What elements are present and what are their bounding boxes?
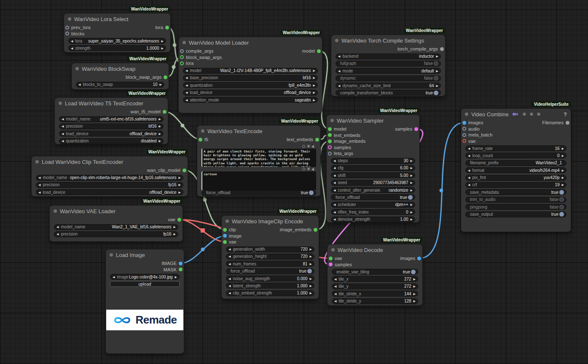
stepper-left-icon[interactable]: ◀ — [468, 183, 470, 186]
input-port-icon[interactable] — [223, 228, 227, 232]
output-port-icon[interactable] — [179, 268, 183, 271]
stepper-right-icon[interactable]: ▶ — [310, 277, 312, 280]
input-port-icon[interactable] — [180, 49, 184, 53]
stepper-left-icon[interactable]: ◀ — [228, 284, 231, 287]
widget-clip-embed-strength[interactable]: ◀clip_embed_strength1.000▶ — [226, 290, 314, 296]
widget-save-metadata[interactable]: save_metadatatrue — [465, 189, 567, 195]
stepper-left-icon[interactable]: ◀ — [338, 84, 340, 87]
stepper-left-icon[interactable]: ◀ — [71, 40, 73, 43]
stepper-right-icon[interactable]: ▶ — [562, 183, 564, 186]
stepper-right-icon[interactable]: ▶ — [161, 40, 164, 43]
output-slot-block-swap-args[interactable]: block_swap_args — [124, 75, 167, 80]
widget-tile-stride-y[interactable]: ◀tile_stride_y128▶ — [332, 298, 418, 304]
stepper-left-icon[interactable]: ◀ — [38, 183, 40, 186]
output-port-icon[interactable] — [566, 121, 569, 125]
input-port-icon[interactable] — [328, 152, 332, 155]
widget-load-device[interactable]: ◀load_deviceoffload_device▶ — [36, 189, 183, 195]
widget-mode[interactable]: ◀modedefault▶ — [336, 68, 441, 74]
widget-dynamic[interactable]: dynamicfalse — [336, 75, 441, 81]
stepper-right-icon[interactable]: ▶ — [159, 118, 161, 120]
node-wanvideo-sampler[interactable]: WanVideoWrapper WanVideo Sampler modelsa… — [327, 115, 419, 222]
widget-precision[interactable]: ◀precisionfp16▶ — [54, 231, 178, 237]
stepper-right-icon[interactable]: ▶ — [562, 176, 564, 179]
node-titlebar[interactable]: WanVideo VAE Loader — [50, 206, 183, 217]
output-slot-image-embeds[interactable]: image_embeds — [278, 227, 317, 232]
node-titlebar[interactable]: WanVideo Torch Compile Settings — [331, 35, 445, 46]
toggle-knob-icon[interactable] — [559, 205, 564, 209]
stepper-right-icon[interactable]: ▶ — [411, 218, 413, 221]
widget-model-name[interactable]: ◀model_nameumt5-xxl-enc-bf16.safetensors… — [59, 116, 164, 122]
stepper-left-icon[interactable]: ◀ — [62, 118, 64, 120]
stepper-right-icon[interactable]: ▶ — [159, 125, 161, 128]
input-slot-vae[interactable]: vae — [223, 239, 239, 244]
stepper-right-icon[interactable]: ▶ — [436, 70, 438, 72]
stepper-right-icon[interactable]: ▶ — [179, 183, 181, 186]
stepper-left-icon[interactable]: ◀ — [334, 285, 336, 288]
collapse-dot-icon[interactable] — [331, 248, 335, 252]
stepper-left-icon[interactable]: ◀ — [333, 181, 336, 184]
preview-option-icon[interactable] — [530, 112, 533, 116]
widget-tile-y[interactable]: ◀tile_y272▶ — [332, 284, 418, 289]
input-slot-vae[interactable]: vae — [329, 256, 344, 261]
gear-icon[interactable] — [307, 145, 310, 148]
stepper-right-icon[interactable]: ▶ — [411, 211, 413, 214]
widget-trim-to-audio[interactable]: trim_to_audiofalse — [465, 197, 567, 203]
output-port-icon[interactable] — [179, 262, 183, 265]
stepper-right-icon[interactable]: ▶ — [562, 147, 564, 150]
node-titlebar[interactable]: Load WanVideo T5 TextEncoder — [55, 98, 168, 109]
node-load-clip-textencoder[interactable]: WanVideoWrapper Load WanVideo Clip TextE… — [32, 156, 188, 196]
widget-dynamo-cache-size-limit[interactable]: ◀dynamo_cache_size_limit64▶ — [336, 83, 441, 88]
widget-model-name[interactable]: ◀model_nameWan2_1_VAE_bf16.safetensors▶ — [54, 224, 178, 230]
stepper-left-icon[interactable]: ◀ — [228, 262, 231, 265]
output-port-icon[interactable] — [440, 47, 444, 51]
stepper-right-icon[interactable]: ▶ — [411, 166, 413, 169]
output-slot-wan-clip-model[interactable]: wan_clip_model — [145, 168, 186, 173]
stepper-right-icon[interactable]: ▶ — [159, 132, 161, 135]
collapse-dot-icon[interactable] — [330, 119, 334, 122]
stepper-left-icon[interactable]: ◀ — [185, 69, 188, 72]
widget-model-name[interactable]: ◀model_nameopen-clip-xlm-roberta-large-v… — [36, 175, 183, 181]
upload-button[interactable]: upload — [110, 281, 180, 287]
output-slot-image[interactable]: IMAGE — [160, 261, 183, 266]
stepper-left-icon[interactable]: ◀ — [228, 248, 231, 251]
stepper-left-icon[interactable]: ◀ — [333, 203, 336, 206]
output-slot-samples[interactable]: samples — [393, 126, 418, 131]
input-port-icon[interactable] — [328, 139, 332, 143]
widget-strength[interactable]: ◀strength1.0000▶ — [68, 45, 166, 51]
collapse-dot-icon[interactable] — [68, 17, 71, 21]
widget-backend[interactable]: ◀backendinductor▶ — [336, 54, 441, 59]
widget-precision[interactable]: ◀precisionbf16▶ — [59, 123, 164, 129]
stepper-left-icon[interactable]: ◀ — [38, 191, 40, 194]
input-port-icon[interactable] — [65, 26, 69, 29]
stepper-right-icon[interactable]: ▶ — [413, 292, 416, 295]
output-port-icon[interactable] — [164, 75, 167, 79]
stepper-left-icon[interactable]: ◀ — [468, 169, 470, 172]
stepper-right-icon[interactable]: ▶ — [160, 83, 162, 86]
input-slot-audio[interactable]: audio — [462, 126, 482, 131]
stepper-right-icon[interactable]: ▶ — [310, 255, 312, 258]
node-wanvideo-textencode[interactable]: WanVideoWrapper WanVideo TextEncode t5te… — [197, 126, 320, 196]
stepper-left-icon[interactable]: ◀ — [333, 166, 336, 169]
stepper-left-icon[interactable]: ◀ — [334, 292, 336, 295]
widget-latent-strength[interactable]: ◀latent_strength1.000▶ — [226, 283, 314, 289]
widget-tile-x[interactable]: ◀tile_x272▶ — [332, 276, 418, 282]
stepper-left-icon[interactable]: ◀ — [333, 218, 336, 221]
output-port-icon[interactable] — [317, 49, 321, 53]
collapse-dot-icon[interactable] — [54, 209, 57, 213]
widget-crf[interactable]: ◀crf19▶ — [465, 182, 567, 188]
node-wanvideo-blockswap[interactable]: WanVideoWrapper WanVideo BlockSwap block… — [72, 63, 169, 89]
stepper-left-icon[interactable]: ◀ — [468, 147, 470, 150]
node-titlebar[interactable]: Load Image — [106, 249, 184, 260]
widget-fullgraph[interactable]: fullgraphfalse — [336, 61, 441, 67]
input-slot-images[interactable]: images — [462, 120, 485, 125]
stepper-left-icon[interactable]: ◀ — [56, 225, 59, 228]
stepper-left-icon[interactable]: ◀ — [228, 292, 231, 294]
input-port-icon[interactable] — [328, 145, 332, 149]
stepper-left-icon[interactable]: ◀ — [333, 189, 336, 192]
speaker-icon[interactable] — [312, 142, 315, 150]
wire-reroute-dot[interactable] — [203, 198, 207, 202]
node-titlebar[interactable]: Load WanVideo Clip TextEncoder — [32, 156, 188, 167]
stepper-left-icon[interactable]: ◀ — [38, 176, 40, 179]
output-port-icon[interactable] — [177, 218, 181, 222]
output-slot-vae[interactable]: vae — [166, 217, 181, 222]
